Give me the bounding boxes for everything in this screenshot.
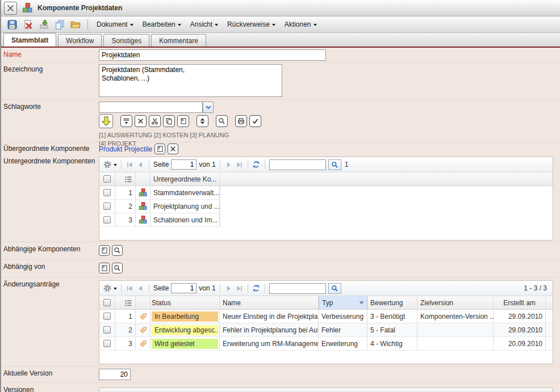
paste-dependency-button[interactable] bbox=[99, 263, 110, 273]
bezeichnung-label: Bezeichnung bbox=[1, 62, 98, 99]
chevron-down-icon bbox=[130, 24, 133, 26]
tab-workflow[interactable]: Workflow bbox=[58, 34, 102, 47]
cell-zielversion bbox=[417, 337, 494, 350]
header-cell[interactable] bbox=[115, 172, 136, 186]
cut-button[interactable] bbox=[149, 115, 161, 127]
tab-stammblatt[interactable]: Stammblatt bbox=[3, 33, 56, 47]
select-all-checkbox[interactable] bbox=[103, 299, 111, 306]
cell-checkbox bbox=[99, 186, 115, 199]
last-page-button[interactable] bbox=[235, 161, 244, 169]
schlagworte-input[interactable] bbox=[99, 102, 203, 113]
search-dependent-button[interactable] bbox=[112, 245, 123, 256]
table-row[interactable]: 1 In Bearbeitung Neuer Einstieg in die P… bbox=[99, 310, 553, 323]
schlagworte-dropdown-button[interactable] bbox=[203, 102, 214, 113]
copy-button[interactable] bbox=[163, 115, 175, 127]
paste-button[interactable] bbox=[177, 115, 189, 127]
column-header-typ[interactable]: Typ bbox=[319, 296, 367, 309]
import-button[interactable] bbox=[38, 19, 49, 30]
table-row[interactable]: 1 Stammdatenverwalt... bbox=[99, 186, 220, 200]
search-dependency-button[interactable] bbox=[112, 263, 123, 273]
list-insert-icon bbox=[123, 117, 130, 125]
menu-bearbeiten[interactable]: Bearbeiten bbox=[140, 19, 183, 30]
open-folder-button[interactable] bbox=[70, 19, 81, 30]
page-number-input[interactable] bbox=[171, 283, 197, 293]
page-number-input[interactable] bbox=[171, 159, 197, 170]
menu-ansicht[interactable]: Ansicht bbox=[188, 19, 220, 30]
name-input[interactable] bbox=[99, 49, 326, 61]
paste-dependent-button[interactable] bbox=[99, 245, 110, 256]
remove-parent-button[interactable] bbox=[168, 144, 178, 154]
column-header-zielversion[interactable]: Zielversion bbox=[417, 296, 494, 309]
schlagworte-combobox bbox=[99, 102, 560, 113]
search-keywords-button[interactable] bbox=[216, 115, 228, 127]
add-keyword-button[interactable] bbox=[99, 114, 113, 128]
column-header-erstellt-am[interactable]: Erstellt am bbox=[494, 296, 546, 309]
prev-page-button[interactable] bbox=[136, 161, 145, 169]
cell-name: Neuer Einstieg in die Projektpla... bbox=[220, 310, 319, 323]
pager-separator bbox=[121, 284, 122, 293]
cell-row-number: 2 bbox=[115, 323, 136, 336]
row-checkbox[interactable] bbox=[103, 203, 111, 210]
tab-kommentare[interactable]: Kommentare bbox=[151, 34, 206, 47]
table-search-input[interactable] bbox=[269, 159, 326, 170]
paste-parent-button[interactable] bbox=[154, 144, 165, 154]
column-header-status[interactable]: Status bbox=[151, 296, 220, 309]
table-row[interactable]: 2 Entwicklung abgesc... Fehler in Projek… bbox=[99, 323, 553, 337]
copy-document-button[interactable] bbox=[54, 19, 65, 30]
column-header-bewertung[interactable]: Bewertung bbox=[367, 296, 417, 309]
remove-keyword-button[interactable] bbox=[135, 115, 147, 127]
aktuelle-version-input[interactable] bbox=[99, 369, 131, 380]
prev-page-button[interactable] bbox=[136, 284, 145, 293]
table-row[interactable]: 2 Projektplanung und ... bbox=[99, 200, 220, 213]
save-button[interactable] bbox=[6, 19, 18, 30]
delete-document-button[interactable] bbox=[22, 19, 34, 30]
print-button[interactable] bbox=[235, 115, 247, 127]
close-icon bbox=[6, 4, 15, 12]
bezeichnung-textarea[interactable]: Projektdaten (Stammdaten, Schablonen, ..… bbox=[99, 64, 282, 97]
search-icon bbox=[331, 161, 338, 168]
cell-checkbox bbox=[99, 323, 115, 336]
row-checkbox[interactable] bbox=[103, 313, 111, 320]
status-badge: Wird getestet bbox=[152, 339, 218, 349]
confirm-button[interactable] bbox=[249, 115, 261, 127]
refresh-button[interactable] bbox=[252, 161, 261, 169]
next-page-button[interactable] bbox=[224, 161, 233, 169]
sort-button[interactable] bbox=[197, 115, 208, 127]
close-button[interactable] bbox=[4, 2, 17, 15]
printer-icon bbox=[237, 117, 245, 125]
row-checkbox[interactable] bbox=[103, 326, 111, 334]
last-page-button[interactable] bbox=[235, 284, 244, 293]
column-header-untergeordnete[interactable]: Untergeordnete Ko... bbox=[151, 172, 220, 186]
first-page-button[interactable] bbox=[126, 284, 134, 293]
table-search-button[interactable] bbox=[328, 159, 341, 170]
table-row[interactable]: 3 Schablonen und Im... bbox=[99, 213, 220, 227]
insert-from-list-button[interactable] bbox=[120, 115, 132, 127]
table-settings-button[interactable] bbox=[103, 284, 117, 293]
tab-sonstiges[interactable]: Sonstiges bbox=[103, 34, 149, 47]
table-settings-button[interactable] bbox=[103, 160, 117, 169]
select-all-checkbox[interactable] bbox=[103, 175, 111, 183]
column-header-name[interactable]: Name bbox=[220, 296, 319, 309]
row-checkbox[interactable] bbox=[103, 189, 111, 196]
parent-component-link[interactable]: Produkt Projectile bbox=[99, 145, 152, 153]
component-cubes-icon bbox=[139, 202, 147, 210]
next-page-button[interactable] bbox=[224, 284, 233, 293]
table-search-button[interactable] bbox=[328, 283, 341, 294]
aenderungsantraege-table-header: Status Name Typ Bewertung Zielversion Er… bbox=[99, 296, 553, 310]
refresh-button[interactable] bbox=[252, 284, 261, 293]
row-checkbox[interactable] bbox=[103, 340, 111, 347]
prev-page-icon bbox=[137, 285, 144, 292]
table-search-input[interactable] bbox=[269, 283, 326, 294]
abhaengige-row: Abhängige Komponenten bbox=[1, 242, 560, 260]
cell-bewertung: 5 - Fatal bbox=[367, 323, 417, 336]
header-cell bbox=[553, 296, 558, 309]
cell-status: In Bearbeitung bbox=[151, 310, 220, 323]
first-page-button[interactable] bbox=[126, 161, 134, 169]
menu-rueckverweise[interactable]: Rückverweise bbox=[225, 19, 278, 30]
header-cell[interactable] bbox=[115, 296, 136, 309]
cell-name: Fehler in Projektplanung bei Auf... bbox=[220, 323, 319, 336]
table-row[interactable]: 3 Wird getestet Erweiterung um RM-Manage… bbox=[99, 337, 553, 351]
menu-aktionen[interactable]: Aktionen bbox=[282, 19, 319, 30]
row-checkbox[interactable] bbox=[103, 216, 111, 224]
menu-dokument[interactable]: Dokument bbox=[94, 19, 136, 30]
